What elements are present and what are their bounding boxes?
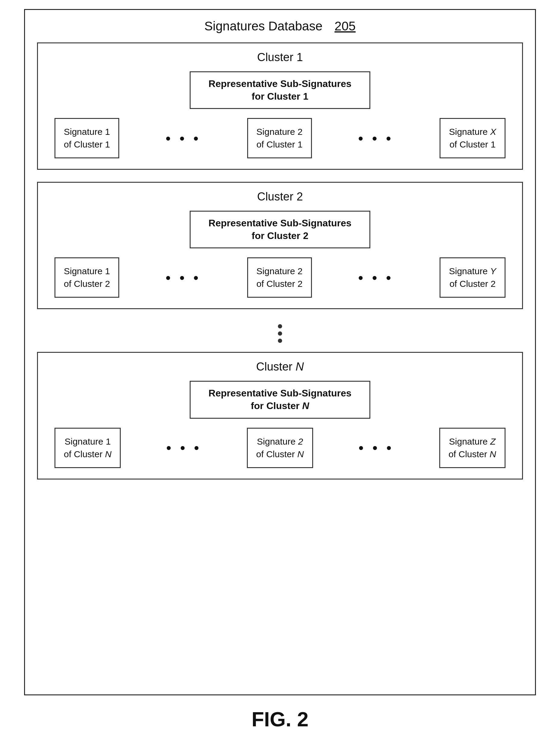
cluster1-dots: • • • xyxy=(119,130,247,147)
cluster2-sigY: Signature Yof Cluster 2 xyxy=(440,257,505,298)
clusterN-sig2: Signature 2of Cluster N xyxy=(247,428,313,468)
dot1 xyxy=(278,324,282,328)
cluster2-box: Cluster 2 Representative Sub-Signaturesf… xyxy=(37,182,523,309)
clusterN-sig1: Signature 1of Cluster N xyxy=(55,428,121,468)
clusterN-title: Cluster N xyxy=(256,360,304,373)
clusterN-box: Cluster N Representative Sub-Signaturesf… xyxy=(37,352,523,479)
clusterN-dots: • • • xyxy=(121,440,247,456)
cluster2-title: Cluster 2 xyxy=(257,190,303,203)
cluster2-sig1: Signature 1of Cluster 2 xyxy=(55,257,119,298)
cluster1-dots2: • • • xyxy=(312,130,440,147)
cluster2-sigs-row: Signature 1of Cluster 2 • • • Signature … xyxy=(49,257,511,298)
db-title-text: Signatures Database xyxy=(205,19,322,33)
clusterN-sigs-row: Signature 1of Cluster N • • • Signature … xyxy=(49,428,511,468)
db-title-number: 205 xyxy=(335,19,355,33)
cluster1-box: Cluster 1 Representative Sub-Signaturesf… xyxy=(37,42,523,170)
cluster2-rep-sigs: Representative Sub-Signaturesfor Cluster… xyxy=(190,211,371,248)
fig-label: FIG. 2 xyxy=(252,707,309,731)
cluster1-sigs-row: Signature 1of Cluster 1 • • • Signature … xyxy=(49,118,511,158)
dot3 xyxy=(278,338,282,343)
cluster1-sig1: Signature 1of Cluster 1 xyxy=(55,118,119,158)
outer-border: Signatures Database 205 Cluster 1 Repres… xyxy=(24,9,536,695)
cluster1-rep-sigs: Representative Sub-Signaturesfor Cluster… xyxy=(190,71,371,109)
vertical-dots xyxy=(278,324,282,343)
cluster1-sigX: Signature Xof Cluster 1 xyxy=(440,118,505,158)
cluster1-title: Cluster 1 xyxy=(257,51,303,64)
cluster1-sig2: Signature 2of Cluster 1 xyxy=(247,118,312,158)
dot2 xyxy=(278,331,282,336)
cluster2-sig2: Signature 2of Cluster 2 xyxy=(247,257,312,298)
clusterN-dots2: • • • xyxy=(313,440,439,456)
cluster2-dots: • • • xyxy=(119,269,247,286)
clusterN-sigZ: Signature Zof Cluster N xyxy=(439,428,505,468)
cluster2-dots2: • • • xyxy=(312,269,440,286)
clusterN-rep-sigs: Representative Sub-Signaturesfor Cluster… xyxy=(190,381,371,418)
db-title: Signatures Database 205 xyxy=(205,19,355,33)
